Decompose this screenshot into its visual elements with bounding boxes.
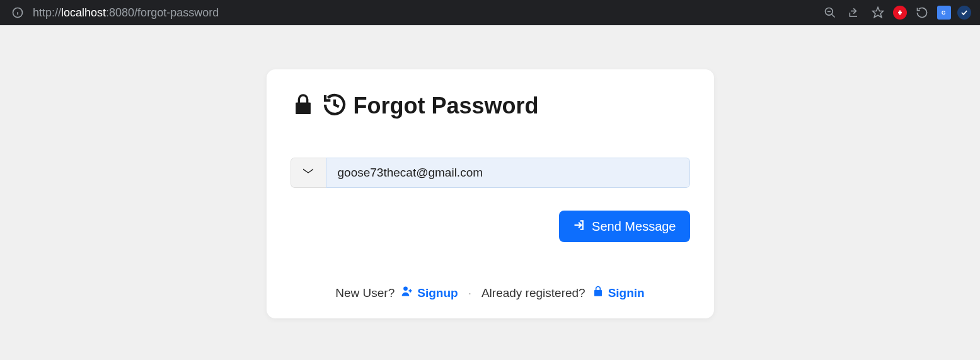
svg-marker-6 [873,8,884,18]
signin-link[interactable]: Signin [592,285,645,301]
url-protocol: http:// [33,6,61,20]
url-host: localhost [61,6,106,20]
card-title-row: Forgot Password [291,92,690,120]
forgot-password-card: Forgot Password Send Message New User? [267,69,714,318]
svg-point-9 [403,287,408,291]
sign-in-icon [573,219,585,235]
extension-translate-icon[interactable]: G [937,6,951,20]
send-message-label: Send Message [592,219,676,234]
star-icon[interactable] [869,4,887,21]
browser-address-bar: http://localhost:8080/forgot-password G [0,0,980,25]
page-content: Forgot Password Send Message New User? [0,25,980,360]
svg-rect-8 [296,103,310,114]
history-icon [322,92,347,120]
signin-label: Signin [608,286,645,300]
email-field[interactable] [326,158,690,188]
svg-line-4 [832,15,835,18]
separator-dot: · [468,286,471,300]
new-user-text: New User? [335,286,395,300]
lock-icon [291,92,316,120]
lock-small-icon [592,285,604,301]
svg-rect-10 [594,290,602,296]
email-input-group [291,158,690,188]
url-bar[interactable]: http://localhost:8080/forgot-password [33,3,815,22]
send-message-button[interactable]: Send Message [559,211,689,242]
url-port-path: :8080/forgot-password [106,6,219,20]
envelope-icon [291,158,326,188]
zoom-out-icon[interactable] [821,4,839,21]
site-info-icon[interactable] [9,4,26,21]
svg-text:G: G [942,10,945,16]
url-text: http://localhost:8080/forgot-password [33,6,219,20]
extension-refresh-icon[interactable] [913,4,931,21]
button-row: Send Message [291,211,690,242]
footer-row: New User? Signup · Already registered? S… [291,285,690,301]
extension-check-icon[interactable] [957,6,971,20]
registered-text: Already registered? [481,286,585,300]
share-icon[interactable] [845,4,863,21]
card-title: Forgot Password [354,93,539,119]
signup-link[interactable]: Signup [401,285,458,301]
user-plus-icon [401,285,413,301]
extension-adblock-icon[interactable] [893,6,907,20]
signup-label: Signup [417,286,458,300]
